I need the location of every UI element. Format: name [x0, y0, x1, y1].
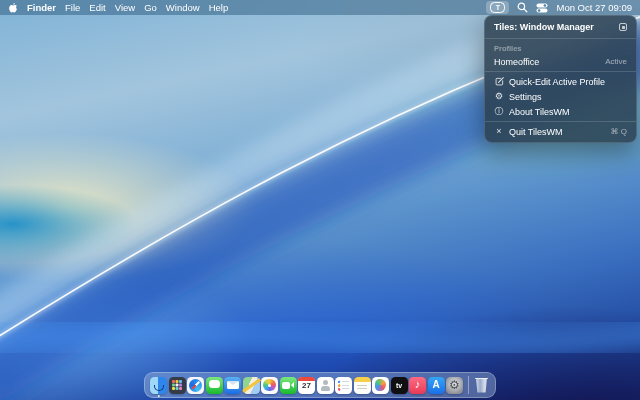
menu-item-label: Quit TilesWM: [509, 127, 563, 137]
menu-item-profile-homeoffice[interactable]: Homeoffice Active: [485, 54, 636, 69]
running-indicator-dot: [157, 395, 160, 398]
menu-item-quick-edit[interactable]: Quick-Edit Active Profile: [485, 74, 636, 89]
menu-separator: [485, 121, 636, 122]
dock-trash-icon[interactable]: [473, 377, 490, 394]
dock-maps-icon[interactable]: [243, 377, 260, 394]
tileswm-statusbar-item[interactable]: T: [486, 1, 509, 14]
dock-photos-icon[interactable]: [261, 377, 278, 394]
control-center-button[interactable]: [536, 3, 548, 13]
profiles-section-label: Profiles: [485, 41, 636, 54]
dock-calendar-icon[interactable]: 27: [298, 377, 315, 394]
menubar-status-area: T Mon Oct 27 09:09: [486, 0, 632, 15]
dock-calendar-label: 27: [298, 382, 315, 390]
dock-freeform-icon[interactable]: [372, 377, 389, 394]
dock-notes-icon[interactable]: [354, 377, 371, 394]
dock-contacts-icon[interactable]: [317, 377, 334, 394]
dock-mail-icon[interactable]: [224, 377, 241, 394]
menu-bar: Finder File Edit View Go Window Help T M…: [0, 0, 640, 15]
control-center-icon: [536, 3, 548, 13]
open-window-icon[interactable]: [619, 23, 627, 31]
tiles-menu-panel: Tiles: Window Manager Profiles Homeoffic…: [484, 15, 637, 143]
menu-help[interactable]: Help: [209, 0, 229, 15]
spotlight-button[interactable]: [517, 2, 528, 13]
menu-item-label: Settings: [509, 92, 542, 102]
menu-separator: [485, 71, 636, 72]
tileswm-icon: T: [490, 2, 505, 13]
menu-item-settings[interactable]: ⚙ Settings: [485, 89, 636, 104]
menubar-clock[interactable]: Mon Oct 27 09:09: [556, 0, 632, 15]
tiles-menu-header: Tiles: Window Manager: [485, 19, 636, 36]
apple-logo-icon: [8, 2, 18, 14]
menu-item-about[interactable]: ⓘ About TilesWM: [485, 104, 636, 119]
dock-launchpad-icon[interactable]: [169, 377, 186, 394]
xmark-icon: ×: [494, 127, 504, 136]
gear-icon: ⚙: [494, 92, 504, 101]
dock-appstore-icon[interactable]: [428, 377, 445, 394]
menu-item-quit[interactable]: × Quit TilesWM ⌘ Q: [485, 124, 636, 139]
dock-messages-icon[interactable]: [206, 377, 223, 394]
menubar-app-name[interactable]: Finder: [27, 0, 56, 15]
dock-settings-icon[interactable]: [446, 377, 463, 394]
dock-separator: [468, 376, 469, 394]
dock: 27tv: [144, 372, 496, 398]
profile-active-badge: Active: [605, 57, 627, 66]
menu-edit[interactable]: Edit: [89, 0, 105, 15]
menu-separator: [485, 38, 636, 39]
dock-reminders-icon[interactable]: [335, 377, 352, 394]
dock-appletv-label: tv: [391, 382, 408, 389]
search-icon: [517, 2, 528, 13]
quit-shortcut: ⌘ Q: [611, 127, 627, 136]
square-pencil-icon: [494, 77, 504, 86]
menu-file[interactable]: File: [65, 0, 80, 15]
dock-music-icon[interactable]: [409, 377, 426, 394]
info-circle-icon: ⓘ: [494, 107, 504, 116]
menu-item-label: About TilesWM: [509, 107, 570, 117]
menu-item-label: Quick-Edit Active Profile: [509, 77, 605, 87]
dock-appletv-icon[interactable]: tv: [391, 377, 408, 394]
menu-window[interactable]: Window: [166, 0, 200, 15]
menu-view[interactable]: View: [115, 0, 135, 15]
dock-finder-icon[interactable]: [150, 377, 167, 394]
apple-menu[interactable]: [8, 2, 18, 14]
tiles-menu-title: Tiles: Window Manager: [494, 22, 594, 32]
profile-name: Homeoffice: [494, 57, 539, 67]
menu-go[interactable]: Go: [144, 0, 157, 15]
dock-facetime-icon[interactable]: [280, 377, 297, 394]
dock-safari-icon[interactable]: [187, 377, 204, 394]
